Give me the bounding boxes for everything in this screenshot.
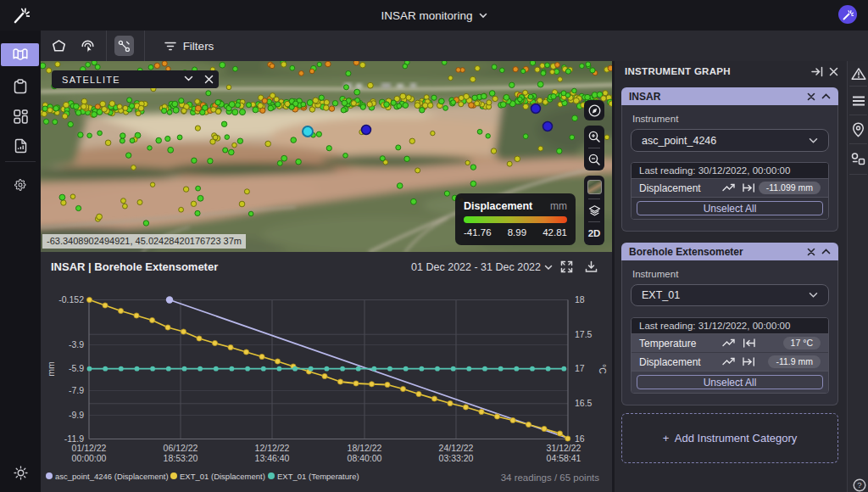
svg-text:00:00:00: 00:00:00 — [72, 453, 107, 463]
svg-text:°C: °C — [598, 364, 608, 374]
svg-text:06/12/22: 06/12/22 — [164, 443, 198, 453]
svg-text:-9.9: -9.9 — [69, 410, 84, 420]
svg-text:-0.152: -0.152 — [58, 294, 84, 305]
svg-text:16.5: 16.5 — [575, 398, 593, 408]
svg-text:01/12/22: 01/12/22 — [72, 443, 107, 453]
svg-text:-5.9: -5.9 — [69, 363, 84, 373]
svg-text:04:58:41: 04:58:41 — [547, 453, 581, 463]
svg-text:-7.9: -7.9 — [69, 385, 84, 395]
svg-text:03:33:20: 03:33:20 — [439, 453, 474, 463]
svg-text:mm: mm — [46, 361, 56, 377]
svg-text:13:46:40: 13:46:40 — [255, 453, 290, 463]
svg-text:?: ? — [857, 480, 861, 489]
svg-text:EXT_01 (Displacement): EXT_01 (Displacement) — [180, 472, 265, 481]
svg-text:24/12/22: 24/12/22 — [439, 443, 474, 453]
svg-text:18/12/22: 18/12/22 — [348, 443, 382, 453]
svg-text:18: 18 — [575, 294, 585, 305]
svg-text:EXT_01 (Temperature): EXT_01 (Temperature) — [277, 472, 359, 481]
svg-text:18:53:20: 18:53:20 — [164, 453, 198, 463]
svg-text:12/12/22: 12/12/22 — [255, 443, 290, 453]
svg-text:34 readings / 65 points: 34 readings / 65 points — [501, 472, 600, 483]
svg-text:asc_point_4246 (Displacement): asc_point_4246 (Displacement) — [55, 472, 169, 481]
svg-text:17: 17 — [575, 363, 585, 373]
svg-text:17.5: 17.5 — [575, 329, 593, 339]
svg-text:-3.9: -3.9 — [69, 339, 84, 349]
svg-text:31/12/22: 31/12/22 — [547, 443, 581, 453]
svg-text:08:40:00: 08:40:00 — [348, 453, 382, 463]
